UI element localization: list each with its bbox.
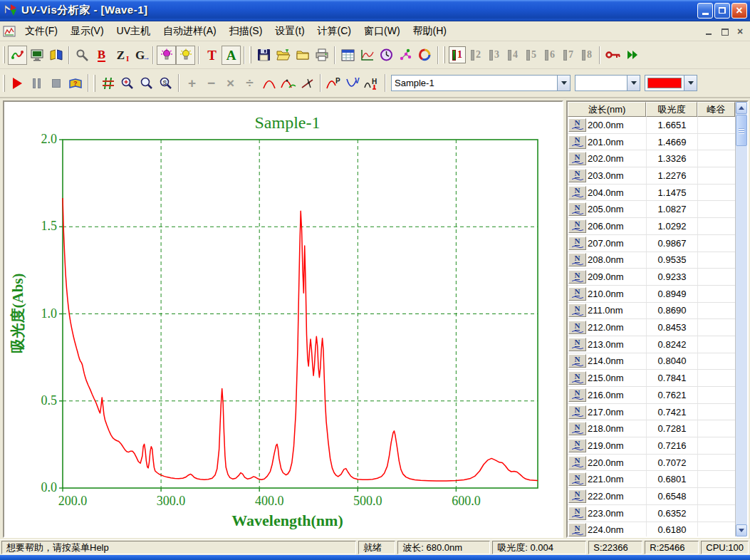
sample-select-dropdown-button[interactable]	[557, 76, 570, 90]
menu-item-4[interactable]: 扫描(S)	[223, 23, 269, 40]
table-row[interactable]: N204.0nm1.1475	[568, 185, 735, 202]
header-absorbance[interactable]: 吸光度	[646, 102, 697, 117]
curve-color-dropdown-button[interactable]	[684, 76, 697, 90]
normal-curve-button[interactable]: N	[568, 253, 586, 266]
more-tools-button[interactable]	[623, 46, 642, 65]
normal-curve-button[interactable]: N	[568, 237, 586, 250]
normal-curve-button[interactable]: N	[568, 388, 586, 402]
menu-item-8[interactable]: 帮助(H)	[407, 23, 453, 40]
multiply-curves-button[interactable]: ×	[221, 73, 240, 93]
normal-curve-button[interactable]: N	[568, 472, 586, 486]
scan-slot-7-button[interactable]: 7	[560, 46, 577, 63]
wavelength-combo-dropdown-button[interactable]	[627, 76, 640, 90]
subtract-curves-button[interactable]: −	[202, 73, 221, 93]
stop-scan-button[interactable]	[46, 73, 66, 93]
pause-scan-button[interactable]	[27, 73, 46, 93]
menu-item-2[interactable]: UV主机	[110, 23, 157, 40]
normal-curve-button[interactable]: N	[568, 169, 586, 182]
normal-curve-button[interactable]: N	[568, 422, 586, 435]
add-curves-button[interactable]: +	[182, 73, 202, 93]
minimize-button[interactable]	[697, 3, 713, 19]
scrollbar-thumb[interactable]	[736, 115, 747, 146]
table-row[interactable]: N209.0nm0.9233	[568, 269, 735, 286]
normal-curve-button[interactable]: N	[568, 489, 586, 503]
annotation-a-button[interactable]: A	[222, 46, 241, 65]
normal-curve-button[interactable]: N	[568, 135, 586, 149]
normal-curve-button[interactable]: N	[568, 405, 586, 419]
grid-toggle-button[interactable]	[98, 73, 118, 93]
table-row[interactable]: N219.0nm0.7216	[568, 437, 735, 455]
normal-curve-button[interactable]: N	[568, 338, 586, 351]
toolbar-grip[interactable]	[3, 75, 5, 92]
spectrum-curves-button[interactable]	[8, 46, 27, 65]
text-label-t-button[interactable]: T	[202, 46, 222, 65]
normal-curve-button[interactable]: N	[568, 439, 586, 452]
open-file-button[interactable]	[274, 46, 293, 65]
table-row[interactable]: N214.0nm0.8040	[568, 353, 735, 370]
header-peak-valley[interactable]: 峰谷	[697, 102, 735, 117]
menu-item-0[interactable]: 文件(F)	[19, 23, 64, 40]
normal-curve-button[interactable]: N	[568, 219, 586, 233]
table-row[interactable]: N208.0nm0.9535	[568, 252, 735, 269]
table-scrollbar[interactable]	[735, 102, 747, 536]
table-row[interactable]: N224.0nm0.6180	[568, 522, 735, 537]
baseline-b-button[interactable]: B	[92, 46, 111, 65]
table-row[interactable]: N202.0nm1.3326	[568, 150, 735, 167]
help-book-button[interactable]	[46, 46, 66, 65]
table-row[interactable]: N200.0nm1.6651	[568, 117, 735, 134]
restore-button[interactable]	[714, 3, 730, 19]
scroll-up-button[interactable]	[736, 102, 747, 114]
table-row[interactable]: N222.0nm0.6548	[568, 488, 735, 505]
normal-curve-button[interactable]: N	[568, 152, 586, 165]
table-row[interactable]: N205.0nm1.0827	[568, 201, 735, 218]
menu-item-3[interactable]: 自动进样(A)	[157, 23, 223, 40]
peak-pick-button[interactable]: P	[324, 73, 343, 93]
valley-pick-button[interactable]: V	[343, 73, 363, 93]
print-button[interactable]	[312, 46, 331, 65]
scrollbar-track[interactable]	[736, 147, 747, 524]
normal-curve-button[interactable]: N	[568, 371, 586, 385]
visible-lamp-button[interactable]	[157, 46, 176, 65]
toolbar-grip[interactable]	[443, 46, 445, 63]
menu-item-7[interactable]: 窗口(W)	[358, 23, 407, 40]
table-row[interactable]: N201.0nm1.4669	[568, 134, 735, 151]
table-row[interactable]: N223.0nm0.6352	[568, 505, 735, 522]
normal-curve-button[interactable]: N	[568, 186, 586, 199]
mdi-minimize-button[interactable]	[702, 25, 716, 38]
wavelength-combo[interactable]	[575, 75, 640, 91]
options-button[interactable]	[415, 46, 434, 65]
mdi-close-button[interactable]: ×	[733, 25, 747, 38]
header-wavelength[interactable]: 波长(nm)	[568, 102, 646, 117]
normal-curve-button[interactable]: N	[568, 270, 586, 284]
table-row[interactable]: N220.0nm0.7072	[568, 455, 735, 472]
table-row[interactable]: N215.0nm0.7841	[568, 370, 735, 387]
normal-curve-button[interactable]: N	[568, 202, 586, 216]
start-scan-button[interactable]	[8, 73, 27, 93]
mdi-restore-button[interactable]	[717, 25, 731, 38]
normal-curve-button[interactable]: N	[568, 456, 586, 470]
save-button[interactable]	[254, 46, 274, 65]
uv-lamp-button[interactable]	[176, 46, 195, 65]
table-row[interactable]: N210.0nm0.8949	[568, 286, 735, 303]
table-row[interactable]: N207.0nm0.9867	[568, 235, 735, 252]
zoom-in-button[interactable]	[118, 73, 137, 93]
table-row[interactable]: N218.0nm0.7281	[568, 420, 735, 437]
scan-slot-6-button[interactable]: 6	[541, 46, 558, 63]
setup-wrench-button[interactable]	[73, 46, 92, 65]
scan-slot-2-button[interactable]: 2	[467, 46, 484, 63]
peak-button[interactable]	[259, 73, 278, 93]
table-row[interactable]: N221.0nm0.6801	[568, 471, 735, 488]
scan-slot-8-button[interactable]: 8	[578, 46, 595, 63]
toolbar-grip[interactable]	[93, 75, 95, 92]
help-topics-button[interactable]: ?	[66, 73, 85, 93]
normal-curve-button[interactable]: N	[568, 507, 586, 520]
peak-smooth-button[interactable]	[278, 73, 298, 93]
goto-wavelength-g-button[interactable]: G→	[130, 46, 150, 65]
connection-button[interactable]	[396, 46, 415, 65]
instrument-monitor-button[interactable]	[27, 46, 46, 65]
close-button[interactable]: ×	[731, 3, 747, 19]
normal-curve-button[interactable]: N	[568, 523, 586, 536]
zoom-out-button[interactable]	[137, 73, 156, 93]
normal-curve-button[interactable]: N	[568, 321, 586, 334]
key-button[interactable]	[603, 46, 623, 65]
